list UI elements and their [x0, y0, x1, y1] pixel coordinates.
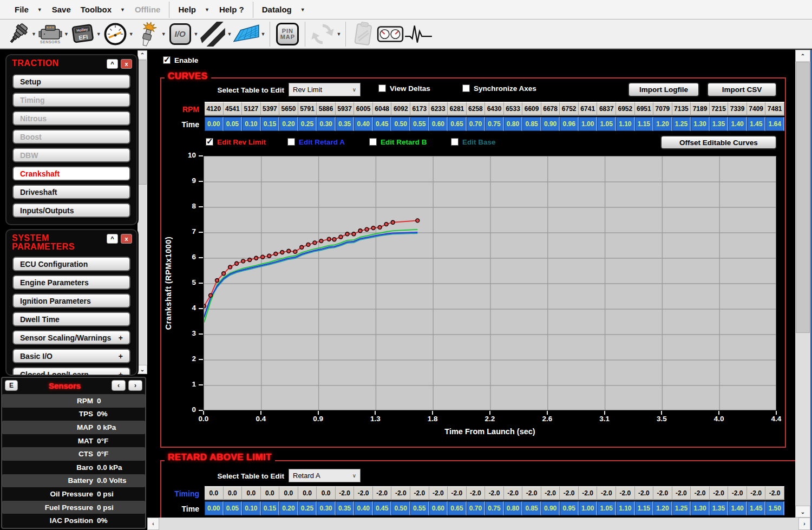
rpm-cell[interactable]: 4120 — [205, 102, 224, 116]
rpm-cell[interactable]: 5650 — [279, 102, 298, 116]
rpm-cell[interactable]: 7135 — [672, 102, 691, 116]
retard-time-cell[interactable]: 0.95 — [560, 501, 579, 515]
import-logfile-button[interactable]: Import Logfile — [628, 82, 699, 97]
curves-table-select[interactable]: Rev Limit∨ — [289, 83, 361, 96]
edit-toggle-edit-rev-limit-checkbox[interactable] — [206, 138, 213, 146]
retard-time-cell[interactable]: 1.45 — [747, 501, 766, 515]
time-cell[interactable]: 0.70 — [467, 117, 486, 131]
time-cell[interactable]: 0.75 — [485, 117, 504, 131]
sensors-edit-button[interactable]: E — [5, 380, 18, 391]
timing-stripes-icon[interactable] — [199, 20, 227, 48]
time-cell[interactable]: 1.35 — [710, 117, 729, 131]
main-scrollbar-thumb[interactable] — [796, 62, 810, 333]
retard-time-cell[interactable]: 1.30 — [691, 501, 710, 515]
rpm-cell[interactable]: 7079 — [653, 102, 672, 116]
rpm-cell[interactable]: 7189 — [691, 102, 710, 116]
view-deltas-checkbox[interactable] — [378, 84, 386, 92]
rpm-cell[interactable]: 6173 — [410, 102, 429, 116]
time-cell[interactable]: 1.25 — [672, 117, 691, 131]
rpm-cell[interactable]: 4541 — [224, 102, 243, 116]
time-cell[interactable]: 0.90 — [541, 117, 560, 131]
time-cell[interactable]: 0.65 — [448, 117, 467, 131]
timing-cell[interactable]: -2.0 — [448, 486, 467, 500]
sidebar-scroll-down-icon[interactable]: ⌄ — [137, 365, 147, 374]
retard-time-cell[interactable]: 0.50 — [391, 501, 410, 515]
rpm-cell[interactable]: 7339 — [728, 102, 747, 116]
timing-cell[interactable]: -2.0 — [467, 486, 486, 500]
timing-cell[interactable]: -2.0 — [597, 486, 616, 500]
retard-time-cell[interactable]: 0.20 — [279, 501, 298, 515]
retard-time-cell[interactable]: 0.10 — [242, 501, 261, 515]
retard-time-cell[interactable]: 0.00 — [205, 501, 224, 515]
spark-plug-icon[interactable] — [134, 20, 161, 48]
rpm-cell[interactable]: 6281 — [448, 102, 467, 116]
retard-time-cell[interactable]: 1.05 — [597, 501, 616, 515]
timing-cell[interactable]: -2.0 — [410, 486, 429, 500]
retard-time-cell[interactable]: 0.30 — [317, 501, 336, 515]
time-cell[interactable]: 1.30 — [691, 117, 710, 131]
timing-cell[interactable]: -2.0 — [391, 486, 410, 500]
time-cell[interactable]: 0.55 — [410, 117, 429, 131]
timing-cell[interactable]: 0.0 — [242, 486, 261, 500]
sensors-prev-icon[interactable]: ‹ — [112, 380, 126, 391]
timing-cell[interactable]: -2.0 — [616, 486, 635, 500]
timing-cell[interactable]: 0.0 — [317, 486, 336, 500]
sidebar-scroll-up-icon[interactable]: ⌃ — [137, 50, 147, 60]
rpm-cell[interactable]: 5886 — [317, 102, 336, 116]
retard-time-cell[interactable]: 0.60 — [429, 501, 448, 515]
retard-time-cell[interactable]: 0.40 — [354, 501, 373, 515]
timing-cell[interactable]: -2.0 — [635, 486, 654, 500]
timing-cell[interactable]: -2.0 — [747, 486, 766, 500]
time-cell[interactable]: 1.05 — [597, 117, 616, 131]
timing-cell[interactable]: -2.0 — [765, 486, 784, 500]
timing-cell[interactable]: 0.0 — [261, 486, 280, 500]
edit-toggle-edit-retard-a-checkbox[interactable] — [287, 138, 295, 146]
efi-ecu-icon[interactable]: HolleyEFI — [69, 20, 96, 48]
sysparam-item-ignition-parameters[interactable]: Ignition Parameters — [12, 293, 130, 308]
sysparam-item-dwell-time[interactable]: Dwell Time — [12, 312, 130, 326]
menu-item-datalog[interactable]: Datalog▼ — [257, 0, 310, 19]
edit-toggle-edit-base-checkbox[interactable] — [451, 138, 459, 146]
rpm-cell[interactable]: 6752 — [560, 102, 579, 116]
rpm-cell[interactable]: 6837 — [597, 102, 616, 116]
sidebar-scrollbar-thumb[interactable] — [138, 60, 147, 185]
retard-time-cell[interactable]: 0.55 — [410, 501, 429, 515]
rpm-cell[interactable]: 6233 — [429, 102, 448, 116]
time-cell[interactable]: 1.20 — [653, 117, 672, 131]
retard-table-select[interactable]: Retard A∨ — [289, 469, 361, 482]
time-cell[interactable]: 0.10 — [242, 117, 261, 131]
synchronize-axes-checkbox[interactable] — [462, 84, 470, 92]
scroll-left-icon[interactable]: ‹ — [147, 518, 159, 530]
time-cell[interactable]: 1.64 — [765, 117, 784, 131]
edit-toggle-edit-retard-b-checkbox[interactable] — [369, 138, 377, 146]
time-cell[interactable]: 1.40 — [728, 117, 747, 131]
retard-time-cell[interactable]: 1.15 — [635, 501, 654, 515]
time-cell[interactable]: 1.45 — [747, 117, 766, 131]
traction-item-crankshaft[interactable]: Crankshaft — [12, 166, 130, 181]
sysparam-item-sensor-scaling-warnings[interactable]: Sensor Scaling/Warnings+ — [12, 330, 130, 345]
rpm-cell[interactable]: 6952 — [616, 102, 635, 116]
retard-time-cell[interactable]: 1.10 — [616, 501, 635, 515]
sysparam-item-basic-i-o[interactable]: Basic I/O+ — [12, 349, 130, 363]
retard-time-cell[interactable]: 0.70 — [467, 501, 486, 515]
retard-time-cell[interactable]: 0.65 — [448, 501, 467, 515]
io-icon[interactable]: I/O — [167, 20, 194, 48]
scroll-right-icon[interactable]: › — [798, 518, 810, 530]
sysparam-item-closed-loop-learn[interactable]: Closed Loop/Learn+ — [12, 367, 130, 376]
time-cell[interactable]: 0.85 — [522, 117, 541, 131]
rpm-cell[interactable]: 6005 — [354, 102, 373, 116]
timing-cell[interactable]: -2.0 — [336, 486, 355, 500]
rpm-cell[interactable]: 6741 — [579, 102, 598, 116]
menu-item-help-[interactable]: Help ? — [214, 0, 249, 19]
rpm-cell[interactable]: 7215 — [710, 102, 729, 116]
retard-time-cell[interactable]: 0.45 — [373, 501, 392, 515]
time-cell[interactable]: 0.80 — [504, 117, 523, 131]
timing-cell[interactable]: -2.0 — [728, 486, 747, 500]
gauges-icon[interactable] — [377, 20, 404, 48]
menu-item-toolbox[interactable]: Toolbox▼ — [76, 0, 130, 19]
curves-chart-plot[interactable] — [204, 156, 776, 410]
sensors-next-icon[interactable]: › — [128, 380, 142, 391]
traction-item-setup[interactable]: Setup — [12, 74, 130, 89]
traction-item-inputs-outputs[interactable]: Inputs/Outputs — [12, 203, 130, 218]
timing-cell[interactable]: -2.0 — [710, 486, 729, 500]
